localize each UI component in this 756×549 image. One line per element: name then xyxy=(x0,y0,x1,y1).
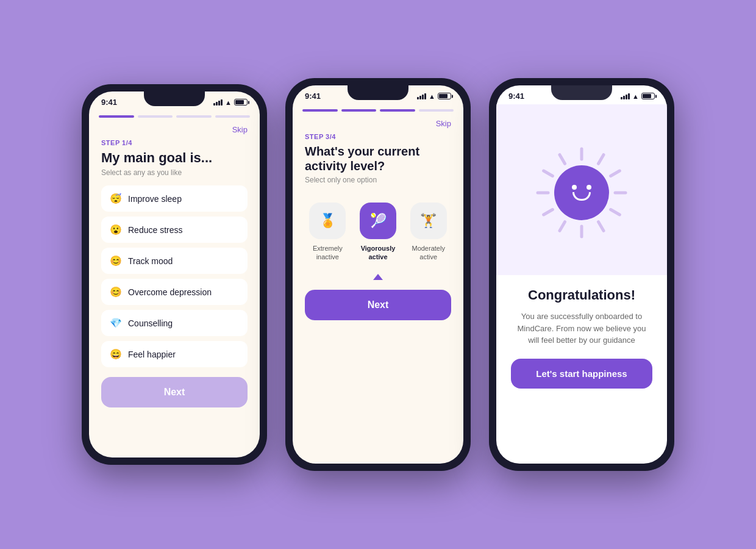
activity-label-2: Moderatelyactive xyxy=(412,244,444,262)
svg-line-10 xyxy=(544,171,553,176)
face-smile xyxy=(572,192,591,201)
progress-seg-2-1 xyxy=(302,109,338,112)
progress-seg-2-4 xyxy=(419,109,454,112)
activity-icon-wrap-1: 🎾 xyxy=(360,203,396,239)
sun-decoration xyxy=(536,147,627,239)
status-time-1: 9:41 xyxy=(101,98,117,107)
face-eyes xyxy=(572,185,591,190)
progress-bar-2 xyxy=(293,104,463,112)
progress-bar-1 xyxy=(89,110,260,118)
svg-line-1 xyxy=(599,155,604,164)
goal-item-1[interactable]: 😮 Reduce stress xyxy=(101,217,248,243)
progress-seg-3 xyxy=(176,115,212,118)
status-time-2: 9:41 xyxy=(305,92,321,101)
status-time-3: 9:41 xyxy=(508,92,524,101)
step-label-1: STEP 1/4 xyxy=(101,139,248,146)
goal-label-1: Reduce stress xyxy=(128,225,182,235)
wifi-icon-1: ▲ xyxy=(225,99,232,106)
goal-emoji-2: 😊 xyxy=(110,255,122,267)
svg-line-2 xyxy=(611,171,620,176)
battery-icon-2 xyxy=(438,93,451,99)
progress-seg-2-2 xyxy=(341,109,377,112)
progress-seg-4 xyxy=(215,115,251,118)
triangle-indicator xyxy=(373,274,383,280)
goal-item-5[interactable]: 😄 Feel happier xyxy=(101,341,248,367)
selected-indicator xyxy=(305,274,451,280)
next-button-2[interactable]: Next xyxy=(305,290,451,320)
svg-line-11 xyxy=(560,155,565,164)
goal-label-5: Feel happier xyxy=(128,350,176,359)
phone-1: 9:41 ▲ Skip STEP 1/4 My main goal is... … xyxy=(82,84,267,465)
goal-item-0[interactable]: 😴 Improve sleep xyxy=(101,185,248,212)
goal-emoji-5: 😄 xyxy=(110,348,122,360)
congrats-title: Congratulations! xyxy=(511,287,652,303)
notch-2 xyxy=(348,85,408,100)
goal-label-3: Overcome depression xyxy=(128,287,212,297)
activity-option-2[interactable]: 🏋️ Moderatelyactive xyxy=(405,203,451,262)
status-icons-2: ▲ xyxy=(417,93,451,100)
congrats-text: You are successfully onboarded to MindCa… xyxy=(511,310,652,346)
activity-label-0: Extremelyinactive xyxy=(313,244,343,262)
goal-list: 😴 Improve sleep 😮 Reduce stress 😊 Track … xyxy=(101,185,248,367)
notch-3 xyxy=(551,85,612,100)
activity-options: 🏅 Extremelyinactive 🎾 Vigorouslyactive 🏋… xyxy=(305,203,451,262)
signal-icon-1 xyxy=(213,99,223,106)
wifi-icon-2: ▲ xyxy=(429,93,435,100)
svg-line-5 xyxy=(599,222,604,231)
congrats-illustration xyxy=(496,104,667,275)
goal-item-2[interactable]: 😊 Track mood xyxy=(101,248,248,274)
progress-seg-2-3 xyxy=(380,109,415,112)
activity-emoji-0: 🏅 xyxy=(319,213,336,229)
signal-icon-2 xyxy=(417,93,426,99)
progress-seg-1 xyxy=(99,115,134,118)
face-eye-left xyxy=(572,185,577,190)
skip-button-2[interactable]: Skip xyxy=(436,119,451,128)
activity-option-0[interactable]: 🏅 Extremelyinactive xyxy=(305,203,351,262)
goal-item-3[interactable]: 😊 Overcome depression xyxy=(101,279,248,305)
wifi-icon-3: ▲ xyxy=(632,93,639,100)
goal-emoji-0: 😴 xyxy=(110,193,122,204)
start-button[interactable]: Let's start happiness xyxy=(511,359,652,389)
svg-line-7 xyxy=(560,222,565,231)
phone-2: 9:41 ▲ Skip STEP 3/4 What's your current… xyxy=(285,78,471,471)
goal-emoji-3: 😊 xyxy=(110,286,122,298)
skip-button-1[interactable]: Skip xyxy=(232,125,248,134)
activity-label-1: Vigorouslyactive xyxy=(361,244,396,262)
progress-seg-2 xyxy=(138,115,173,118)
battery-icon-3 xyxy=(641,93,655,99)
svg-line-4 xyxy=(611,210,620,215)
screen-subtitle-1: Select as any as you like xyxy=(101,168,248,177)
activity-icon-wrap-0: 🏅 xyxy=(309,203,346,239)
activity-emoji-2: 🏋️ xyxy=(420,213,437,229)
congrats-bottom: Congratulations! You are successfully on… xyxy=(496,275,667,401)
goal-label-4: Counselling xyxy=(128,318,173,328)
goal-item-4[interactable]: 💎 Counselling xyxy=(101,310,248,336)
goal-emoji-4: 💎 xyxy=(110,317,122,329)
happy-face xyxy=(554,165,609,220)
battery-icon-1 xyxy=(234,99,248,106)
notch-1 xyxy=(144,92,205,106)
goal-label-0: Improve sleep xyxy=(128,194,182,204)
screen-title-2: What's your current activity level? xyxy=(305,144,451,173)
signal-icon-3 xyxy=(621,93,630,99)
goal-emoji-1: 😮 xyxy=(110,224,122,235)
next-button-1[interactable]: Next xyxy=(101,377,248,407)
screen-subtitle-2: Select only one option xyxy=(305,176,451,184)
activity-emoji-1: 🎾 xyxy=(370,213,387,229)
goal-label-2: Track mood xyxy=(128,256,173,266)
svg-line-8 xyxy=(544,210,553,215)
screen-title-1: My main goal is... xyxy=(101,150,248,166)
status-icons-1: ▲ xyxy=(213,99,248,106)
activity-option-1[interactable]: 🎾 Vigorouslyactive xyxy=(355,203,401,262)
face-eye-right xyxy=(587,185,591,190)
phone-3: 9:41 ▲ xyxy=(489,78,674,471)
status-icons-3: ▲ xyxy=(621,93,655,100)
activity-icon-wrap-2: 🏋️ xyxy=(410,203,447,239)
step-label-2: STEP 3/4 xyxy=(305,133,451,140)
